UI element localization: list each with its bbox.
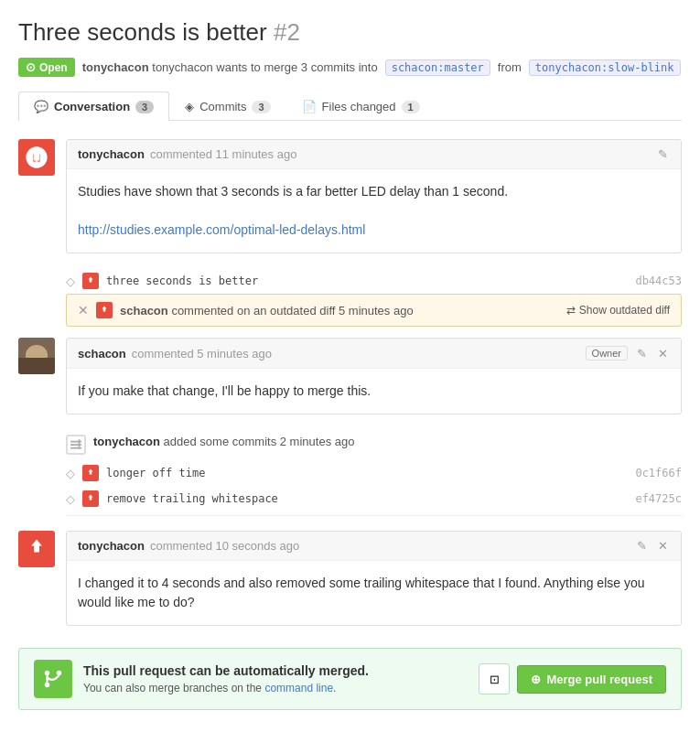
commit-git-icon-2 — [82, 465, 99, 481]
svg-point-11 — [45, 671, 49, 675]
merge-btn-icon: ⊕ — [531, 673, 541, 686]
open-badge: ⊙ Open — [18, 58, 75, 77]
merge-footer-subtitle: You can also merge branches on the comma… — [83, 682, 336, 694]
added-commits-text: tonychacon added some commits 2 minutes … — [93, 435, 354, 448]
svg-marker-1 — [89, 277, 93, 283]
comment-box-1: tonychacon commented 11 minutes ago ✎ St… — [66, 139, 682, 253]
edit-comment-1-button[interactable]: ✎ — [656, 147, 670, 161]
svg-point-13 — [45, 683, 49, 687]
avatar-schacon — [18, 338, 55, 374]
comment-box-3: tonychacon commented 10 seconds ago ✎ ✕ … — [66, 531, 682, 626]
merge-pull-request-button[interactable]: ⊕ Merge pull request — [517, 665, 666, 694]
merge-footer-icon — [34, 660, 72, 698]
added-commits-icon — [66, 435, 86, 455]
commit-branch-icon: ◇ — [66, 274, 75, 288]
comment-link-1[interactable]: http://studies.example.com/optimal-led-d… — [78, 222, 365, 237]
file-icon: 📄 — [302, 100, 317, 113]
outdated-row: ✕ schacon commented on an outdated diff … — [66, 294, 682, 327]
pr-meta-author: tonychacon tonychacon wants to merge 3 c… — [82, 60, 378, 74]
close-outdated-icon[interactable]: ✕ — [78, 303, 89, 318]
edit-comment-2-button[interactable]: ✎ — [635, 347, 649, 361]
commit-row-3: ◇ remove trailing whitespace ef4725c — [18, 486, 682, 511]
edit-comment-3-button[interactable]: ✎ — [635, 539, 649, 553]
svg-marker-2 — [102, 307, 107, 312]
from-text: from — [498, 60, 522, 74]
merge-footer: This pull request can be automatically m… — [18, 648, 682, 710]
comment-header-2: schacon commented 5 minutes ago Owner ✎ … — [67, 339, 681, 369]
svg-rect-6 — [79, 439, 81, 447]
delete-comment-2-button[interactable]: ✕ — [656, 347, 670, 361]
comment-box-2: schacon commented 5 minutes ago Owner ✎ … — [66, 338, 682, 414]
command-line-link[interactable]: command line — [264, 682, 333, 694]
divider — [66, 515, 682, 516]
commit-git-icon-3 — [82, 490, 99, 507]
speech-bubble-icon: 💬 — [34, 100, 48, 113]
tab-commits[interactable]: ◈ Commits 3 — [169, 92, 285, 121]
svg-marker-10 — [31, 540, 42, 553]
comment-block-3: tonychacon commented 10 seconds ago ✎ ✕ … — [18, 531, 682, 626]
avatar-tonychacon-2 — [18, 531, 55, 567]
svg-marker-8 — [89, 469, 93, 475]
schacon-small-icon — [96, 302, 113, 318]
page-title: Three seconds is better #2 — [18, 18, 682, 47]
tabs: 💬 Conversation 3 ◈ Commits 3 📄 Files cha… — [18, 92, 682, 121]
commit-icon: ◈ — [185, 100, 194, 113]
svg-point-12 — [57, 671, 61, 675]
added-commits-row: tonychacon added some commits 2 minutes … — [18, 429, 682, 458]
avatar-tonychacon-1 — [18, 139, 55, 176]
commit-git-icon-1 — [82, 273, 99, 289]
tab-files-changed[interactable]: 📄 Files changed 1 — [286, 92, 436, 121]
merge-options-button[interactable]: ⊡ — [479, 663, 510, 694]
comment-block-1: tonychacon commented 11 minutes ago ✎ St… — [18, 139, 682, 253]
merge-footer-text: This pull request can be automatically m… — [83, 663, 468, 694]
owner-badge: Owner — [586, 346, 628, 361]
show-outdated-button[interactable]: ⇄ Show outdated diff — [566, 304, 670, 317]
merge-icon: ⊙ — [26, 60, 36, 74]
comment-body-1: Studies have shown that 3 seconds is a f… — [67, 169, 681, 253]
svg-marker-9 — [89, 495, 93, 501]
commit-row-1: ◇ three seconds is better db44c53 — [18, 268, 682, 294]
comment-body-3: I changed it to 4 seconds and also remov… — [67, 561, 681, 625]
comment-header-3: tonychacon commented 10 seconds ago ✎ ✕ — [67, 532, 681, 561]
comment-header-1: tonychacon commented 11 minutes ago ✎ — [67, 140, 681, 169]
comment-body-2: If you make that change, I'll be happy t… — [67, 369, 681, 414]
timeline: tonychacon commented 11 minutes ago ✎ St… — [18, 139, 682, 710]
arrows-icon: ⇄ — [566, 304, 576, 317]
merge-options-icon: ⊡ — [490, 673, 500, 686]
head-branch: tonychacon:slow-blink — [529, 59, 681, 76]
comment-block-2: schacon commented 5 minutes ago Owner ✎ … — [18, 338, 682, 414]
commit-row-2: ◇ longer off time 0c1f66f — [18, 460, 682, 486]
base-branch: schacon:master — [385, 59, 490, 76]
outdated-text: schacon commented on an outdated diff 5 … — [120, 304, 559, 318]
pr-meta: ⊙ Open tonychacon tonychacon wants to me… — [18, 58, 682, 77]
commit-branch-icon-3: ◇ — [66, 492, 75, 506]
delete-comment-3-button[interactable]: ✕ — [656, 539, 670, 553]
merge-footer-actions: ⊡ ⊕ Merge pull request — [479, 663, 666, 694]
tab-conversation[interactable]: 💬 Conversation 3 — [18, 92, 169, 121]
commit-branch-icon-2: ◇ — [66, 467, 75, 480]
